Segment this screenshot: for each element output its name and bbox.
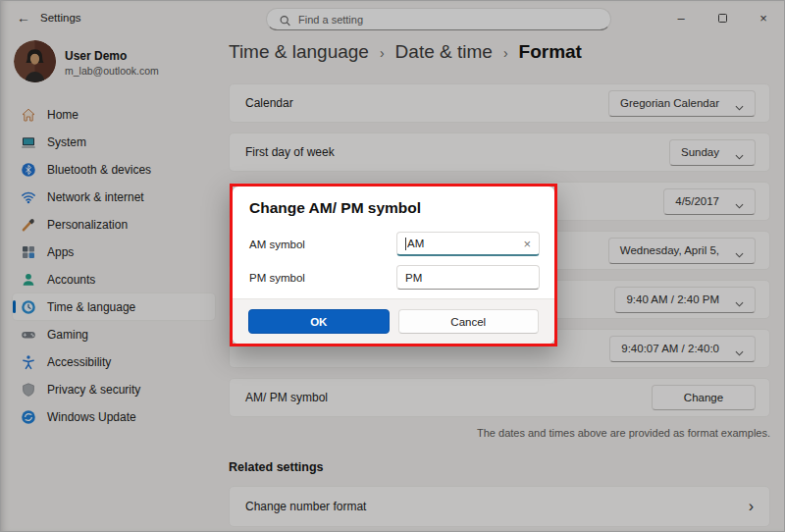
dropdown-value: 9:40 AM / 2:40 PM xyxy=(626,293,719,305)
row-calendar: Calendar Gregorian Calendar xyxy=(229,83,770,123)
network-icon xyxy=(21,189,36,205)
pm-symbol-input-field[interactable] xyxy=(405,272,531,284)
sidebar-item-gaming[interactable]: Gaming xyxy=(13,321,215,347)
sidebar-item-label: Home xyxy=(47,108,78,122)
sidebar: User Demo m_lab@outlook.com Home System … xyxy=(1,36,225,531)
calendar-dropdown[interactable]: Gregorian Calendar xyxy=(608,90,756,117)
dialog-footer: OK Cancel xyxy=(233,298,554,344)
settings-window: ← Settings – × User Demo m_lab@outlook.c… xyxy=(0,0,785,532)
sidebar-item-accounts[interactable]: Accounts xyxy=(13,266,215,293)
page-title: Format xyxy=(519,41,582,63)
chevron-right-icon: › xyxy=(503,43,508,61)
sidebar-item-label: Apps xyxy=(47,245,74,259)
sidebar-item-label: Time & language xyxy=(47,300,135,314)
minimize-button[interactable]: – xyxy=(660,1,702,34)
ok-button[interactable]: OK xyxy=(248,309,390,334)
row-label: First day of week xyxy=(245,145,335,159)
apps-icon xyxy=(21,244,36,260)
breadcrumb-time-language[interactable]: Time & language xyxy=(229,41,369,63)
breadcrumb: Time & language › Date & time › Format xyxy=(229,41,582,63)
sidebar-item-label: Windows Update xyxy=(47,410,136,424)
row-am-pm-symbol: AM/ PM symbol Change xyxy=(229,378,770,417)
am-symbol-label: AM symbol xyxy=(249,239,396,250)
chevron-down-icon xyxy=(735,346,744,351)
am-symbol-input[interactable]: × xyxy=(396,232,540,256)
sidebar-item-label: Accounts xyxy=(47,273,95,287)
accessibility-icon xyxy=(21,354,36,370)
personalization-icon xyxy=(21,217,36,233)
close-button[interactable]: × xyxy=(743,1,784,34)
sidebar-item-windows-update[interactable]: Windows Update xyxy=(13,403,215,430)
accounts-icon xyxy=(21,272,36,288)
pm-symbol-input[interactable] xyxy=(396,265,540,290)
dropdown-value: Wednesday, April 5, xyxy=(620,244,719,256)
user-name: User Demo xyxy=(65,49,127,63)
sidebar-item-privacy-security[interactable]: Privacy & security xyxy=(13,376,215,402)
sidebar-item-label: System xyxy=(47,135,86,149)
sidebar-item-label: Network & internet xyxy=(47,190,144,204)
row-label: AM/ PM symbol xyxy=(245,391,328,404)
row-first-day-of-week: First day of week Sunday xyxy=(229,133,770,172)
selected-indicator xyxy=(13,300,16,313)
pm-symbol-label: PM symbol xyxy=(249,272,396,284)
clear-icon[interactable]: × xyxy=(523,238,531,250)
dropdown-value: 9:40:07 AM / 2:40:0 xyxy=(621,343,719,354)
long-time-dropdown[interactable]: 9:40:07 AM / 2:40:0 xyxy=(609,336,756,362)
shield-icon xyxy=(21,382,36,398)
sidebar-item-label: Accessibility xyxy=(47,355,111,369)
sidebar-item-label: Bluetooth & devices xyxy=(47,163,151,177)
dialog-body: Change AM/ PM symbol AM symbol × PM symb… xyxy=(233,186,554,298)
windows-update-icon xyxy=(21,409,36,425)
related-row-label: Change number format xyxy=(245,500,366,513)
sidebar-item-label: Personalization xyxy=(47,218,128,232)
dropdown-value: Sunday xyxy=(681,146,719,158)
avatar[interactable] xyxy=(14,40,56,82)
chevron-down-icon xyxy=(735,198,744,204)
sidebar-item-personalization[interactable]: Personalization xyxy=(13,211,215,238)
dropdown-value: Gregorian Calendar xyxy=(620,97,719,109)
pm-symbol-field-row: PM symbol xyxy=(249,265,540,290)
sidebar-item-home[interactable]: Home xyxy=(13,101,215,128)
sidebar-item-apps[interactable]: Apps xyxy=(13,239,215,265)
long-date-dropdown[interactable]: Wednesday, April 5, xyxy=(608,238,756,264)
search-input[interactable] xyxy=(298,14,599,26)
am-symbol-input-field[interactable] xyxy=(407,238,519,249)
first-day-dropdown[interactable]: Sunday xyxy=(669,139,756,166)
maximize-icon xyxy=(718,14,727,23)
home-icon xyxy=(21,107,36,123)
change-button[interactable]: Change xyxy=(652,385,756,410)
time-language-icon xyxy=(21,299,36,315)
titlebar: ← Settings – × xyxy=(1,1,784,36)
chevron-down-icon xyxy=(735,247,744,253)
sidebar-item-label: Privacy & security xyxy=(47,383,140,397)
short-time-dropdown[interactable]: 9:40 AM / 2:40 PM xyxy=(614,287,756,313)
gaming-icon xyxy=(21,327,36,343)
sidebar-item-system[interactable]: System xyxy=(13,129,215,155)
window-controls: – × xyxy=(660,1,784,34)
chevron-right-icon: › xyxy=(380,43,385,61)
cancel-button[interactable]: Cancel xyxy=(398,309,540,334)
breadcrumb-date-time[interactable]: Date & time xyxy=(395,41,493,63)
system-icon xyxy=(21,134,36,150)
chevron-right-icon: › xyxy=(749,498,754,515)
chevron-down-icon xyxy=(735,296,744,302)
bluetooth-icon xyxy=(21,162,36,178)
short-date-dropdown[interactable]: 4/5/2017 xyxy=(663,188,756,215)
sidebar-item-bluetooth-devices[interactable]: Bluetooth & devices xyxy=(13,156,215,183)
back-icon[interactable]: ← xyxy=(17,10,30,26)
chevron-down-icon xyxy=(735,100,744,106)
sidebar-item-network-internet[interactable]: Network & internet xyxy=(13,184,215,210)
sidebar-item-label: Gaming xyxy=(47,328,88,342)
maximize-button[interactable] xyxy=(702,1,743,34)
change-number-format-row[interactable]: Change number format › xyxy=(229,486,770,527)
sidebar-item-accessibility[interactable]: Accessibility xyxy=(13,348,215,375)
search-box[interactable] xyxy=(266,8,611,30)
chevron-down-icon xyxy=(735,149,744,155)
related-settings-heading: Related settings xyxy=(229,460,770,474)
sidebar-item-time-language[interactable]: Time & language xyxy=(13,293,215,320)
search-icon xyxy=(279,13,291,26)
am-symbol-field-row: AM symbol × xyxy=(249,232,540,256)
sidebar-nav: Home System Bluetooth & devices Network … xyxy=(13,101,215,431)
dialog-title: Change AM/ PM symbol xyxy=(249,199,540,217)
format-examples-caption: The dates and times above are provided a… xyxy=(229,427,770,439)
